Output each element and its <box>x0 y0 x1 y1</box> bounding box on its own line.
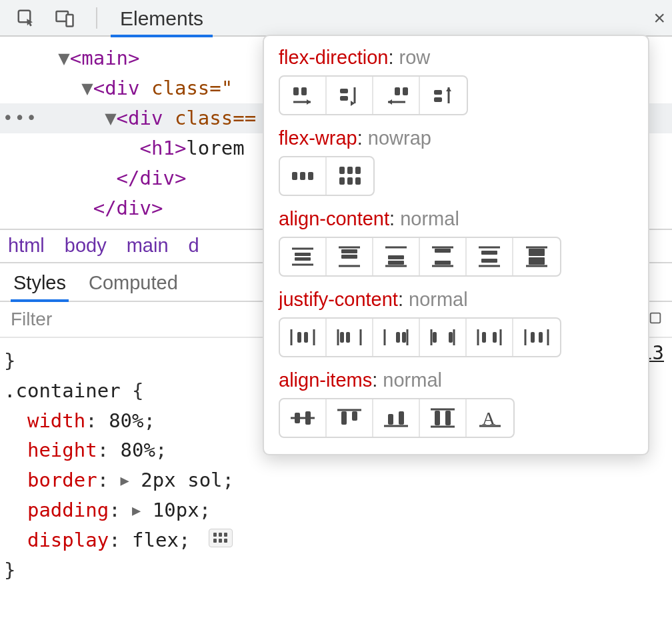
css-declaration[interactable]: border: ▶ 2px sol; <box>4 465 668 495</box>
breadcrumb-item[interactable]: main <box>127 235 169 257</box>
ac-center-icon[interactable] <box>280 238 327 275</box>
css-declaration[interactable]: display: flex; <box>4 525 668 555</box>
svg-rect-22 <box>292 172 297 180</box>
breadcrumb-item[interactable]: body <box>65 235 107 257</box>
flex-option-group <box>279 75 468 115</box>
svg-rect-26 <box>347 167 353 174</box>
svg-rect-72 <box>482 332 486 343</box>
jc-center-icon[interactable] <box>280 319 327 356</box>
svg-rect-86 <box>388 414 393 425</box>
svg-rect-3 <box>651 313 661 323</box>
flex-option-group <box>279 317 561 357</box>
svg-rect-69 <box>449 332 453 343</box>
svg-rect-65 <box>402 332 406 343</box>
flex-editor-section: align-content: normal <box>279 208 635 277</box>
ac-start-icon[interactable] <box>327 238 373 275</box>
svg-rect-87 <box>399 411 404 425</box>
svg-rect-52 <box>529 249 545 256</box>
svg-rect-30 <box>355 177 361 185</box>
svg-rect-61 <box>346 332 350 343</box>
svg-rect-41 <box>388 261 404 265</box>
jc-end-icon[interactable] <box>373 319 420 356</box>
jc-around-icon[interactable] <box>467 319 513 356</box>
svg-rect-25 <box>339 167 345 174</box>
breadcrumb-item[interactable]: d <box>189 235 199 257</box>
fd-row-icon[interactable] <box>280 77 327 114</box>
css-declaration[interactable]: padding: ▶ 10px; <box>4 495 668 525</box>
svg-rect-40 <box>388 255 404 259</box>
flex-property-label: justify-content: normal <box>279 289 635 311</box>
svg-rect-10 <box>293 87 299 95</box>
svg-rect-24 <box>308 172 313 180</box>
devtools-toolbar: Elements × <box>0 0 672 37</box>
jc-evenly-icon[interactable] <box>513 319 560 356</box>
flex-option-group <box>279 156 375 196</box>
svg-rect-36 <box>341 249 357 253</box>
ai-center-icon[interactable] <box>280 399 327 437</box>
flex-property-label: align-content: normal <box>279 208 635 230</box>
fw-wrap-icon[interactable] <box>327 157 373 195</box>
fd-rowrev-icon[interactable] <box>373 77 420 114</box>
brace-close: } <box>4 555 668 585</box>
disclosure-triangle-icon[interactable]: ▼ <box>105 107 116 129</box>
toolbar-separator <box>96 7 97 29</box>
svg-rect-68 <box>433 332 437 343</box>
expand-triangle-icon[interactable]: ▶ <box>132 499 141 522</box>
disclosure-triangle-icon[interactable]: ▼ <box>58 47 69 69</box>
ai-start-icon[interactable] <box>327 399 373 437</box>
jc-start-icon[interactable] <box>327 319 373 356</box>
ac-end-icon[interactable] <box>373 238 420 275</box>
flex-editor-section: align-items: normalA <box>279 369 635 438</box>
svg-rect-27 <box>355 167 361 174</box>
svg-rect-45 <box>435 261 451 265</box>
disclosure-triangle-icon[interactable]: ▼ <box>81 77 93 99</box>
inspect-element-icon[interactable] <box>13 5 39 31</box>
svg-rect-73 <box>493 332 497 343</box>
fd-colrev-icon[interactable] <box>420 77 467 114</box>
flex-option-group: A <box>279 398 515 438</box>
svg-rect-57 <box>304 332 308 343</box>
svg-rect-13 <box>340 89 348 93</box>
svg-rect-8 <box>219 539 222 543</box>
jc-between-icon[interactable] <box>420 319 467 356</box>
flexbox-editor-popup: flex-direction: rowflex-wrap: nowrapalig… <box>263 35 649 455</box>
svg-rect-9 <box>224 539 227 543</box>
device-toolbar-icon[interactable] <box>52 5 77 31</box>
svg-rect-60 <box>340 332 344 343</box>
ac-between-icon[interactable] <box>420 238 467 275</box>
svg-rect-5 <box>219 533 222 537</box>
fw-nowrap-icon[interactable] <box>280 157 327 195</box>
svg-rect-83 <box>341 411 347 425</box>
svg-rect-56 <box>297 332 301 343</box>
svg-rect-11 <box>301 87 307 95</box>
tab-elements[interactable]: Elements <box>116 1 207 36</box>
svg-rect-23 <box>300 172 305 180</box>
svg-rect-6 <box>224 533 227 537</box>
flex-editor-section: flex-direction: row <box>279 47 635 115</box>
fd-col-icon[interactable] <box>327 77 373 114</box>
svg-rect-2 <box>67 15 73 27</box>
svg-rect-80 <box>295 413 300 423</box>
svg-rect-90 <box>445 411 451 425</box>
svg-rect-48 <box>481 251 497 255</box>
svg-rect-81 <box>305 411 311 425</box>
ai-stretch-icon[interactable] <box>420 399 467 437</box>
overflow-icon[interactable]: ••• <box>3 105 38 131</box>
breadcrumb-item[interactable]: html <box>8 235 45 257</box>
close-icon[interactable]: × <box>653 7 665 29</box>
svg-rect-32 <box>295 253 311 256</box>
expand-triangle-icon[interactable]: ▶ <box>121 469 129 492</box>
svg-rect-29 <box>347 177 353 185</box>
flex-editor-chip-icon[interactable] <box>209 529 233 547</box>
svg-rect-7 <box>213 539 217 543</box>
ac-around-icon[interactable] <box>467 238 513 275</box>
ac-stretch-icon[interactable] <box>513 238 560 275</box>
tab-styles[interactable]: Styles <box>13 272 66 301</box>
svg-rect-37 <box>341 255 357 259</box>
flex-editor-section: flex-wrap: nowrap <box>279 127 635 196</box>
ai-baseline-icon[interactable]: A <box>467 399 513 437</box>
ai-end-icon[interactable] <box>373 399 420 437</box>
svg-rect-16 <box>395 87 400 95</box>
flex-editor-section: justify-content: normal <box>279 289 635 357</box>
tab-computed[interactable]: Computed <box>89 272 178 301</box>
